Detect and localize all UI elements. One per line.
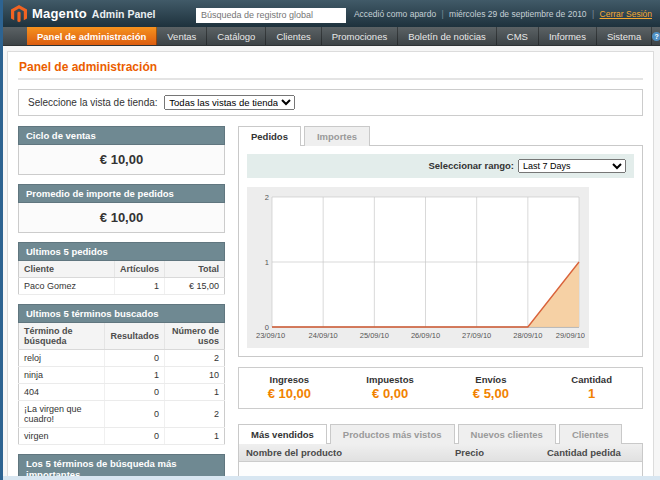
table-row[interactable]: reloj02 (19, 350, 225, 367)
svg-text:26/09/10: 26/09/10 (411, 331, 440, 340)
nav-item-bolet-n-de-noticias[interactable]: Boletín de noticias (398, 27, 497, 45)
last-orders-widget: Ultimos 5 pedidos ClienteArtículosTotalP… (18, 242, 225, 295)
dashboard: Ciclo de ventas € 10,00 Promedio de impo… (18, 126, 643, 480)
grid-column-header: Precio (448, 444, 540, 462)
sales-cycle-header: Ciclo de ventas (18, 126, 225, 145)
sales-cycle-widget: Ciclo de ventas € 10,00 (18, 126, 225, 175)
page-title: Panel de administración (19, 60, 643, 74)
chart-container: 01223/09/1024/09/1025/09/1026/09/1027/09… (247, 187, 589, 348)
grid-column-header: Nombre del producto (239, 444, 448, 462)
column-header: Resultados (105, 323, 165, 350)
nav-item-cms[interactable]: CMS (497, 27, 539, 45)
last-search-terms-header: Ultimos 5 términos buscados (18, 304, 225, 323)
store-view-switcher: Seleccione la vista de tienda: Todas las… (18, 89, 643, 116)
logo-subtext: Admin Panel (92, 8, 156, 20)
svg-text:25/09/10: 25/09/10 (360, 331, 389, 340)
tab-m-s-vendidos[interactable]: Más vendidos (238, 424, 327, 444)
column-header: Número de usos (165, 323, 225, 350)
dashboard-right-column: PedidosImportes Seleccionar rango:Last 7… (238, 126, 643, 480)
grid-column-header: Cantidad pedida (540, 444, 642, 462)
tab-clientes[interactable]: Clientes (559, 424, 622, 444)
totals-bar: Ingresos€ 10,00Impuestos€ 0,00Envíos€ 5,… (238, 367, 643, 409)
store-view-label: Seleccione la vista de tienda: (28, 97, 158, 108)
tab-importes[interactable]: Importes (304, 126, 370, 146)
main-nav: Panel de administraciónVentasCatálogoCli… (3, 27, 660, 46)
tab-pedidos[interactable]: Pedidos (238, 126, 301, 146)
tab-nuevos-clientes[interactable]: Nuevos clientes (458, 424, 556, 444)
global-search-input[interactable] (196, 8, 346, 23)
column-header: Cliente (19, 261, 115, 278)
svg-text:1: 1 (265, 258, 269, 267)
avg-order-header: Promedio de importe de pedidos (18, 184, 225, 203)
content-panel: Panel de administración Seleccione la vi… (7, 51, 654, 480)
stat-env-os: Envíos€ 5,00 (441, 374, 542, 401)
orders-chart: 01223/09/1024/09/1025/09/1026/09/1027/09… (251, 191, 585, 343)
bestsellers-table: Nombre del productoPrecioCantidad pedida… (239, 444, 642, 480)
nav-item-sistema[interactable]: Sistema (597, 27, 652, 45)
top-header: Magento Admin Panel Accedió como apardo … (3, 0, 660, 27)
table-row[interactable]: 40401 (19, 384, 225, 401)
help-icon: ? (652, 32, 660, 41)
bestsellers-tabs: Más vendidosProductos más vistosNuevos c… (238, 424, 643, 443)
logout-link[interactable]: Cerrar Sesión (600, 9, 652, 19)
svg-text:2: 2 (265, 193, 269, 202)
table-row[interactable]: ¡La virgen que cuadro!02 (19, 401, 225, 428)
global-search (196, 4, 346, 23)
svg-text:29/09/10: 29/09/10 (556, 331, 585, 340)
nav-item-clientes[interactable]: Clientes (266, 27, 321, 45)
bestsellers-grid-panel: Nombre del productoPrecioCantidad pedida… (238, 443, 643, 480)
nav-item-ventas[interactable]: Ventas (157, 27, 207, 45)
nav-item-cat-logo[interactable]: Catálogo (207, 27, 266, 45)
dashboard-left-column: Ciclo de ventas € 10,00 Promedio de impo… (18, 126, 225, 480)
logged-in-as: Accedió como apardo (354, 9, 436, 19)
orders-amounts-tabs: PedidosImportes (238, 126, 643, 145)
column-header: Artículos (114, 261, 164, 278)
magento-logo: Magento Admin Panel (11, 5, 155, 23)
nav-item-informes[interactable]: Informes (539, 27, 597, 45)
select-range-label: Seleccionar rango: (428, 160, 514, 171)
stat-cantidad: Cantidad1 (541, 374, 642, 401)
svg-text:24/09/10: 24/09/10 (309, 331, 338, 340)
stat-ingresos: Ingresos€ 10,00 (239, 374, 340, 401)
main-nav-list: Panel de administraciónVentasCatálogoCli… (27, 27, 652, 45)
tab-productos-m-s-vistos[interactable]: Productos más vistos (330, 424, 455, 444)
nav-item-promociones[interactable]: Promociones (322, 27, 398, 45)
title-divider (18, 78, 643, 80)
logo-text: Magento (32, 6, 87, 21)
store-view-select[interactable]: Todas las vistas de tienda (164, 95, 295, 110)
table-row[interactable]: virgen01 (19, 428, 225, 445)
last-orders-table: ClienteArtículosTotalPaco Gomez1€ 15,00 (18, 261, 225, 295)
orders-chart-panel: Seleccionar rango:Last 7 Days 01223/09/1… (238, 145, 643, 357)
column-header: Término de búsqueda (19, 323, 105, 350)
table-row[interactable]: Paco Gomez1€ 15,00 (19, 278, 225, 295)
avg-order-value: € 10,00 (18, 203, 225, 233)
avg-order-widget: Promedio de importe de pedidos € 10,00 (18, 184, 225, 233)
range-toolbar: Seleccionar rango:Last 7 Days (247, 154, 634, 178)
user-info: Accedió como apardo | miércoles 29 de se… (354, 9, 652, 19)
window-bottom-edge (3, 476, 660, 480)
column-header: Total (165, 261, 225, 278)
help-link[interactable]: ? Obtener ayuda para esta página (652, 27, 660, 45)
magento-logo-icon (11, 5, 27, 23)
last-search-terms-table: Término de búsquedaResultadosNúmero de u… (18, 323, 225, 445)
stat-impuestos: Impuestos€ 0,00 (340, 374, 441, 401)
last-search-terms-widget: Ultimos 5 términos buscados Término de b… (18, 304, 225, 445)
sales-cycle-value: € 10,00 (18, 145, 225, 175)
last-orders-header: Ultimos 5 pedidos (18, 242, 225, 261)
svg-text:28/09/10: 28/09/10 (513, 331, 542, 340)
nav-item-panel-de-administraci-n[interactable]: Panel de administración (27, 27, 157, 45)
table-row[interactable]: ninja110 (19, 367, 225, 384)
svg-text:23/09/10: 23/09/10 (256, 331, 285, 340)
svg-text:27/09/10: 27/09/10 (462, 331, 491, 340)
header-date: miércoles 29 de septiembre de 2010 (449, 9, 587, 19)
range-select[interactable]: Last 7 Days (518, 159, 626, 173)
